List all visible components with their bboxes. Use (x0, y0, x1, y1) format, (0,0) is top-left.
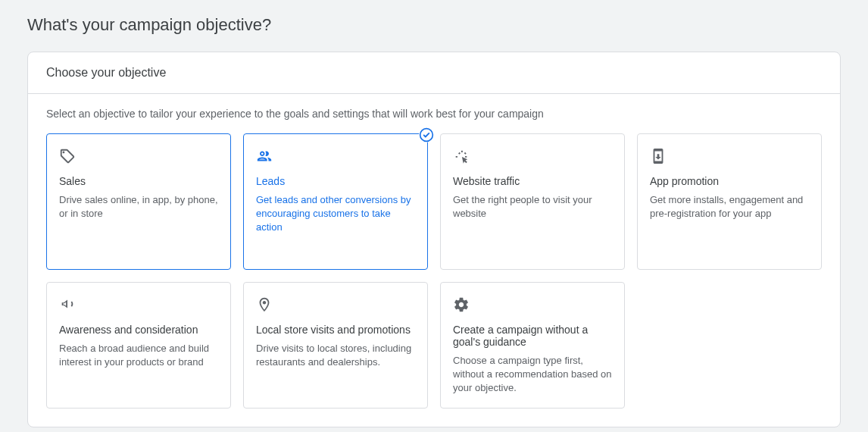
objective-desc: Choose a campaign type first, without a … (453, 354, 612, 396)
location-pin-icon (256, 296, 415, 313)
objective-title: Local store visits and promotions (256, 324, 415, 336)
panel-header: Choose your objective (28, 52, 840, 94)
objective-card-sales[interactable]: Sales Drive sales online, in app, by pho… (46, 133, 231, 270)
people-icon (256, 148, 415, 164)
objective-title: Website traffic (453, 175, 612, 187)
objective-grid: Sales Drive sales online, in app, by pho… (46, 133, 822, 409)
panel-header-title: Choose your objective (46, 66, 822, 80)
objective-desc: Reach a broad audience and build interes… (59, 342, 218, 369)
objective-desc: Drive sales online, in app, by phone, or… (59, 193, 218, 221)
objective-card-local-store[interactable]: Local store visits and promotions Drive … (243, 282, 428, 409)
objective-desc: Drive visits to local stores, including … (256, 342, 415, 369)
megaphone-icon (59, 296, 218, 313)
click-icon (453, 148, 612, 164)
objective-title: Leads (256, 175, 415, 187)
tag-icon (59, 148, 218, 164)
objective-desc: Get the right people to visit your websi… (453, 193, 612, 221)
mobile-download-icon (650, 148, 809, 164)
objective-title: Awareness and consideration (59, 324, 218, 336)
page-title: What's your campaign objective? (27, 15, 841, 35)
objective-card-no-goal[interactable]: Create a campaign without a goal's guida… (440, 282, 625, 409)
objective-desc: Get leads and other conversions by encou… (256, 193, 415, 235)
panel-instruction: Select an objective to tailor your exper… (46, 108, 822, 120)
objective-card-awareness[interactable]: Awareness and consideration Reach a broa… (46, 282, 231, 409)
objective-card-leads[interactable]: Leads Get leads and other conversions by… (243, 133, 428, 270)
objective-title: Sales (59, 175, 218, 187)
objective-card-app-promotion[interactable]: App promotion Get more installs, engagem… (637, 133, 822, 270)
check-circle-icon (419, 127, 434, 142)
objective-desc: Get more installs, engagement and pre-re… (650, 193, 809, 221)
objective-card-website-traffic[interactable]: Website traffic Get the right people to … (440, 133, 625, 270)
objective-title: App promotion (650, 175, 809, 187)
gear-icon (453, 296, 612, 313)
objective-title: Create a campaign without a goal's guida… (453, 324, 612, 348)
objective-panel: Choose your objective Select an objectiv… (27, 52, 841, 427)
